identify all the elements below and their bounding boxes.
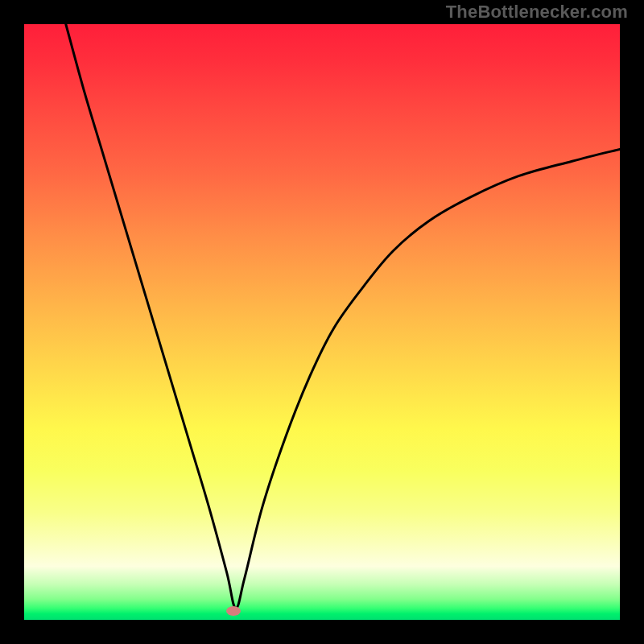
curve-svg	[24, 24, 620, 620]
chart-frame: TheBottlenecker.com	[0, 0, 644, 644]
plot-area	[24, 24, 620, 620]
bottleneck-curve	[66, 24, 620, 608]
attribution-text: TheBottlenecker.com	[446, 2, 628, 23]
optimal-spot	[226, 606, 241, 616]
